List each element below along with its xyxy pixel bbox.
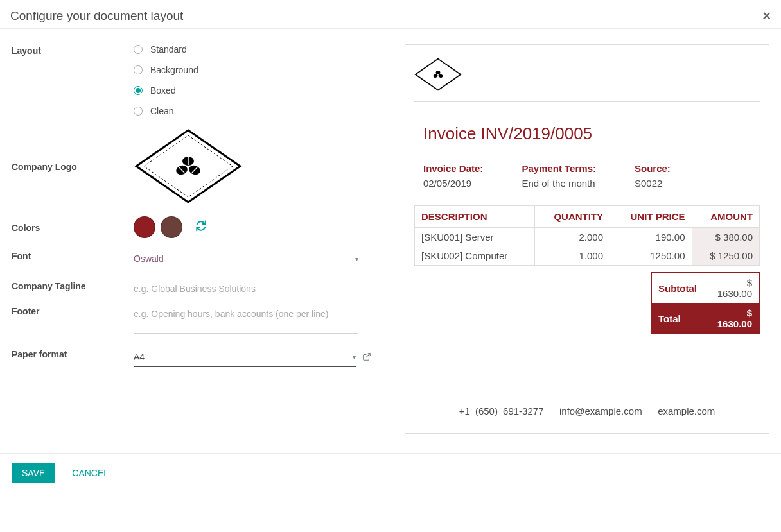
layout-option-label: Background xyxy=(150,65,198,75)
tagline-field xyxy=(134,280,371,298)
colors-field xyxy=(134,216,371,238)
chevron-down-icon: ▾ xyxy=(355,255,358,262)
meta-date-value: 02/05/2019 xyxy=(423,178,483,189)
layout-option-label: Standard xyxy=(150,44,187,55)
invoice-title: Invoice INV/2019/0005 xyxy=(423,124,760,144)
footer-site: example.com xyxy=(658,406,715,416)
invoice-table: DESCRIPTION QUANTITY UNIT PRICE AMOUNT [… xyxy=(414,205,760,266)
paper-label: Paper format xyxy=(12,348,134,359)
radio-icon xyxy=(134,65,143,74)
font-label: Font xyxy=(12,250,134,261)
layout-options: Standard Background Boxed Clean xyxy=(134,44,371,116)
cancel-button[interactable]: CANCEL xyxy=(68,467,112,479)
paper-value: A4 xyxy=(134,352,145,362)
svg-marker-9 xyxy=(416,59,461,90)
svg-point-10 xyxy=(433,74,438,78)
col-unit-price: UNIT PRICE xyxy=(610,206,692,228)
external-link-icon[interactable] xyxy=(362,352,371,363)
tagline-row: Company Tagline xyxy=(12,280,371,298)
subtotal-value: $ 1630.00 xyxy=(703,273,759,304)
footer-email: info@example.com xyxy=(559,406,642,416)
radio-icon xyxy=(134,86,143,95)
cell-desc: [SKU002] Computer xyxy=(415,246,535,266)
cell-amount: $ 1250.00 xyxy=(692,246,760,266)
modal-header: Configure your document layout × xyxy=(0,0,781,29)
layout-option-standard[interactable]: Standard xyxy=(134,44,371,55)
logo-diamond-icon xyxy=(134,128,243,205)
footer-input[interactable] xyxy=(134,305,358,334)
font-select[interactable]: Oswald ▾ xyxy=(134,250,358,268)
svg-point-12 xyxy=(436,71,441,74)
modal-footer: SAVE CANCEL xyxy=(0,453,781,492)
footer-field xyxy=(134,305,371,336)
radio-icon xyxy=(134,45,143,54)
footer-phone: +1 (650) 691-3277 xyxy=(459,406,544,416)
layout-option-label: Clean xyxy=(150,106,174,116)
cell-amount: $ 380.00 xyxy=(692,228,760,247)
font-value: Oswald xyxy=(134,253,164,264)
chevron-down-icon: ▾ xyxy=(353,354,356,361)
font-field: Oswald ▾ xyxy=(134,250,371,268)
svg-line-8 xyxy=(366,353,370,357)
paper-select[interactable]: A4 ▾ xyxy=(134,348,356,367)
modal-title: Configure your document layout xyxy=(10,9,183,23)
form-column: Layout Standard Background Boxed xyxy=(12,44,371,434)
font-row: Font Oswald ▾ xyxy=(12,250,371,268)
svg-marker-1 xyxy=(144,135,233,197)
save-button[interactable]: SAVE xyxy=(12,463,55,483)
paper-row: Paper format A4 ▾ xyxy=(12,348,371,367)
table-row: [SKU002] Computer 1.000 1250.00 $ 1250.0… xyxy=(415,246,760,266)
meta-date: Invoice Date: 02/05/2019 xyxy=(423,163,483,189)
meta-source-value: S0022 xyxy=(635,178,671,189)
logo-label: Company Logo xyxy=(12,160,134,172)
radio-icon xyxy=(134,107,143,116)
meta-date-label: Invoice Date: xyxy=(423,163,483,174)
col-amount: AMOUNT xyxy=(692,206,760,228)
layout-option-label: Boxed xyxy=(150,85,176,96)
tagline-label: Company Tagline xyxy=(12,280,134,291)
footer-row: Footer xyxy=(12,305,371,336)
total-value: $ 1630.00 xyxy=(703,304,759,334)
meta-terms: Payment Terms: End of the month xyxy=(522,163,596,189)
layout-option-clean[interactable]: Clean xyxy=(134,106,371,116)
preview-footer: +1 (650) 691-3277 info@example.com examp… xyxy=(414,399,760,416)
cell-price: 1250.00 xyxy=(610,246,692,266)
svg-point-11 xyxy=(438,74,443,78)
totals-table: Subtotal $ 1630.00 Total $ 1630.00 xyxy=(651,272,760,334)
tagline-input[interactable] xyxy=(134,280,358,298)
meta-terms-label: Payment Terms: xyxy=(522,163,596,174)
total-label: Total xyxy=(651,304,703,334)
paper-field: A4 ▾ xyxy=(134,348,371,367)
svg-marker-0 xyxy=(136,130,240,202)
refresh-icon[interactable] xyxy=(195,220,207,234)
logo-row: Company Logo xyxy=(12,128,371,205)
layout-row: Layout Standard Background Boxed xyxy=(12,44,371,116)
col-description: DESCRIPTION xyxy=(415,206,535,228)
meta-source: Source: S0022 xyxy=(635,163,671,189)
preview-logo xyxy=(414,56,760,102)
color-secondary[interactable] xyxy=(161,216,182,238)
preview-panel: Invoice INV/2019/0005 Invoice Date: 02/0… xyxy=(405,44,769,434)
colors-row: Colors xyxy=(12,216,371,238)
footer-label: Footer xyxy=(12,305,134,316)
layout-option-background[interactable]: Background xyxy=(134,65,371,75)
modal-body: Layout Standard Background Boxed xyxy=(0,29,781,453)
meta-source-label: Source: xyxy=(635,163,671,174)
meta-terms-value: End of the month xyxy=(522,178,596,189)
cell-qty: 2.000 xyxy=(534,228,610,247)
cell-desc: [SKU001] Server xyxy=(415,228,535,247)
col-quantity: QUANTITY xyxy=(534,206,610,228)
cell-price: 190.00 xyxy=(610,228,692,247)
close-icon[interactable]: × xyxy=(762,9,771,23)
modal: Configure your document layout × Layout … xyxy=(0,0,781,492)
colors-label: Colors xyxy=(12,221,134,233)
layout-option-boxed[interactable]: Boxed xyxy=(134,85,371,96)
cell-qty: 1.000 xyxy=(534,246,610,266)
invoice-meta: Invoice Date: 02/05/2019 Payment Terms: … xyxy=(423,163,760,189)
subtotal-label: Subtotal xyxy=(651,273,703,304)
color-primary[interactable] xyxy=(134,216,155,238)
table-row: [SKU001] Server 2.000 190.00 $ 380.00 xyxy=(415,228,760,247)
logo-field[interactable] xyxy=(134,128,371,205)
layout-label: Layout xyxy=(12,44,134,56)
